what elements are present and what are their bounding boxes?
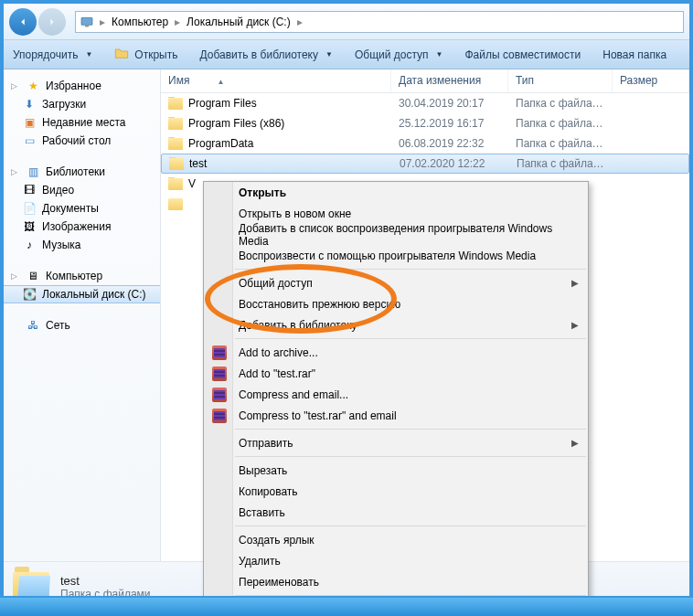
- recent-icon: ▣: [22, 115, 37, 130]
- nav-back-button[interactable]: [9, 8, 37, 36]
- libraries-icon: ▥: [26, 165, 40, 179]
- compat-files-button[interactable]: Файлы совместимости: [464, 48, 581, 61]
- context-menu: Открыть Открыть в новом окне Добавить в …: [203, 181, 589, 616]
- computer-icon: 🖥: [26, 269, 40, 283]
- submenu-arrow-icon: ▶: [571, 320, 579, 330]
- sidebar-images[interactable]: 🖼Изображения: [4, 218, 160, 236]
- drive-icon: 💽: [22, 287, 37, 302]
- folder-open-icon: [114, 47, 129, 62]
- col-type-header[interactable]: Тип: [508, 69, 613, 92]
- col-name-header[interactable]: Имя▲: [161, 69, 391, 92]
- sidebar-music[interactable]: ♪Музыка: [4, 236, 160, 254]
- file-row-selected[interactable]: test 07.02.2020 12:22Папка с файлами: [161, 154, 689, 174]
- breadcrumb-separator: ▸: [173, 16, 182, 28]
- organize-button[interactable]: Упорядочить▼: [13, 48, 92, 61]
- desktop-icon: ▭: [22, 133, 37, 148]
- ctx-compress-test-email[interactable]: Compress to "test.rar" and email: [204, 405, 588, 426]
- navigation-bar: ▸ Компьютер ▸ Локальный диск (C:) ▸: [4, 4, 689, 40]
- open-button[interactable]: Открыть: [114, 47, 177, 62]
- col-size-header[interactable]: Размер: [613, 69, 689, 92]
- details-name: test: [60, 574, 151, 588]
- ctx-create-shortcut[interactable]: Создать ярлык: [204, 529, 588, 550]
- ctx-rename[interactable]: Переименовать: [204, 571, 588, 592]
- winrar-icon: [211, 366, 228, 382]
- images-icon: 🖼: [22, 219, 37, 234]
- sidebar-computer[interactable]: ▷🖥Компьютер: [4, 267, 160, 285]
- winrar-icon: [211, 387, 228, 403]
- sidebar-video[interactable]: 🎞Видео: [4, 181, 160, 199]
- documents-icon: 📄: [22, 201, 37, 216]
- breadcrumb-segment[interactable]: Локальный диск (C:): [182, 16, 295, 28]
- computer-icon: [80, 15, 94, 29]
- nav-tree: ▷★Избранное ⬇Загрузки ▣Недавние места ▭Р…: [4, 69, 161, 561]
- ctx-add-to-test-rar[interactable]: Add to "test.rar": [204, 363, 588, 384]
- ctx-add-wmp-playlist[interactable]: Добавить в список воспроизведения проигр…: [204, 224, 588, 245]
- ctx-compress-email[interactable]: Compress and email...: [204, 384, 588, 405]
- sidebar-network[interactable]: 🖧Сеть: [4, 316, 160, 335]
- video-icon: 🎞: [22, 183, 37, 197]
- folder-icon: [168, 138, 183, 150]
- ctx-copy[interactable]: Копировать: [204, 481, 588, 502]
- folder-icon: [169, 158, 184, 170]
- ctx-share[interactable]: Общий доступ▶: [204, 272, 588, 293]
- ctx-paste[interactable]: Вставить: [204, 502, 588, 523]
- sidebar-desktop[interactable]: ▭Рабочий стол: [4, 132, 160, 150]
- sidebar-recent[interactable]: ▣Недавние места: [4, 113, 160, 132]
- folder-icon: [168, 178, 183, 190]
- ctx-send-to[interactable]: Отправить▶: [204, 432, 588, 453]
- breadcrumb[interactable]: ▸ Компьютер ▸ Локальный диск (C:) ▸: [75, 11, 684, 33]
- ctx-cut[interactable]: Вырезать: [204, 460, 588, 481]
- breadcrumb-segment[interactable]: Компьютер: [107, 16, 173, 28]
- sidebar-documents[interactable]: 📄Документы: [4, 199, 160, 218]
- nav-forward-button[interactable]: [38, 8, 66, 36]
- sidebar-libraries[interactable]: ▷▥Библиотеки: [4, 163, 160, 181]
- file-row[interactable]: Program Files 30.04.2019 20:17Папка с фа…: [161, 93, 689, 113]
- ctx-play-wmp[interactable]: Воспроизвести с помощью проигрывателя Wi…: [204, 245, 588, 266]
- sidebar-favorites[interactable]: ▷★Избранное: [4, 77, 160, 95]
- add-to-library-button[interactable]: Добавить в библиотеку▼: [199, 48, 332, 61]
- star-icon: ★: [26, 79, 40, 93]
- ctx-restore-previous-version[interactable]: Восстановить прежнюю версию: [204, 293, 588, 314]
- folder-icon: [168, 118, 183, 130]
- taskbar: [0, 596, 693, 616]
- folder-icon: [168, 198, 183, 210]
- breadcrumb-separator: ▸: [295, 16, 304, 28]
- svg-rect-0: [81, 17, 92, 25]
- sidebar-local-disk-c[interactable]: 💽Локальный диск (C:): [4, 285, 160, 303]
- col-date-header[interactable]: Дата изменения: [391, 69, 508, 92]
- new-folder-button[interactable]: Новая папка: [602, 48, 666, 61]
- file-row[interactable]: Program Files (x86) 25.12.2019 16:17Папк…: [161, 113, 689, 133]
- downloads-icon: ⬇: [22, 97, 37, 112]
- network-icon: 🖧: [26, 318, 40, 333]
- submenu-arrow-icon: ▶: [571, 278, 579, 288]
- svg-rect-1: [85, 26, 89, 27]
- ctx-delete[interactable]: Удалить: [204, 550, 588, 571]
- folder-icon: [168, 98, 183, 110]
- column-headers: Имя▲ Дата изменения Тип Размер: [161, 69, 689, 93]
- ctx-add-to-library[interactable]: Добавить в библиотеку▶: [204, 314, 588, 335]
- ctx-add-to-archive[interactable]: Add to archive...: [204, 342, 588, 363]
- file-row[interactable]: ProgramData 06.08.2019 22:32Папка с файл…: [161, 133, 689, 154]
- sort-asc-icon: ▲: [217, 78, 224, 86]
- breadcrumb-separator: ▸: [98, 16, 107, 28]
- winrar-icon: [211, 345, 228, 361]
- sidebar-downloads[interactable]: ⬇Загрузки: [4, 95, 160, 113]
- submenu-arrow-icon: ▶: [571, 438, 579, 448]
- ctx-open[interactable]: Открыть: [204, 182, 588, 203]
- music-icon: ♪: [22, 238, 37, 252]
- share-button[interactable]: Общий доступ▼: [355, 48, 443, 61]
- winrar-icon: [211, 408, 228, 424]
- toolbar: Упорядочить▼ Открыть Добавить в библиоте…: [4, 40, 689, 69]
